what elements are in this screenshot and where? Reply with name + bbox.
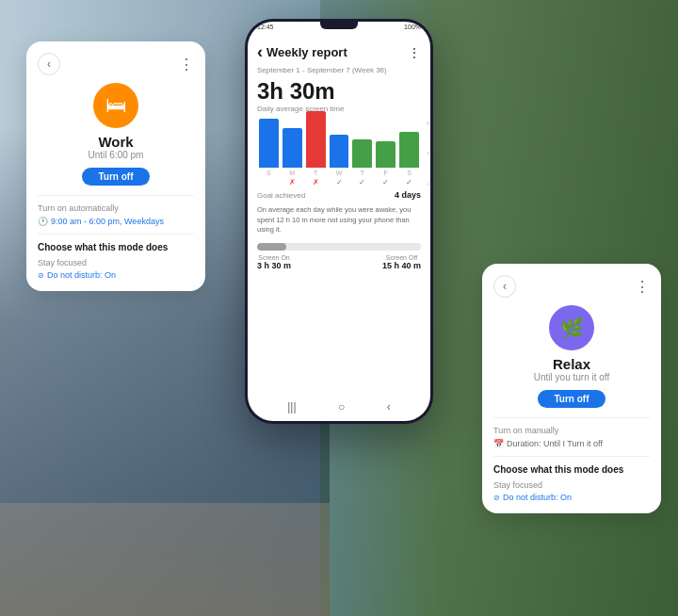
relax-manual-label: Turn on manually	[493, 426, 650, 435]
screen-on-value: 3 h 30 m	[257, 261, 291, 270]
y-label-6h: 6 h	[427, 121, 430, 126]
status-battery: 100%	[404, 24, 421, 30]
bar-sunday-label: S	[266, 170, 271, 176]
report-more-button[interactable]: ⋮	[408, 45, 421, 60]
work-mode-title: Work	[38, 134, 194, 150]
goal-row: Goal achieved 4 days	[257, 190, 421, 200]
bar-wednesday-label: W	[336, 170, 343, 176]
work-more-button[interactable]: ⋮	[179, 56, 194, 73]
relax-mode-icon: 🌿	[549, 305, 594, 350]
bar-friday-goal: ✓	[382, 178, 389, 186]
screen-off-label: Screen Off	[382, 254, 421, 261]
bar-thursday-goal: ✓	[359, 178, 365, 186]
work-back-button[interactable]: ‹	[38, 53, 60, 75]
bar-saturday-label: S	[407, 170, 412, 176]
card-work: ‹ ⋮ 🛏 Work Until 6:00 pm Turn off Turn o…	[26, 41, 205, 291]
nav-recent-icon[interactable]: |||	[287, 400, 296, 413]
bar-monday: M ✗	[282, 128, 302, 186]
card-relax-header: ‹ ⋮	[493, 275, 650, 298]
work-mode-subtitle: Until 6:00 pm	[38, 150, 194, 160]
work-mode-icon: 🛏	[93, 83, 138, 128]
work-turn-off-button[interactable]: Turn off	[82, 168, 150, 186]
work-dnd-text: Do not disturb: On	[38, 270, 194, 280]
bar-monday-fill	[282, 128, 302, 168]
phone-center: 12:45 100% Weekly report ⋮ September 1 -…	[245, 19, 433, 424]
work-auto-label: Turn on automatically	[38, 203, 194, 213]
work-schedule: 9:00 am - 6:00 pm, Weekdays	[38, 217, 194, 226]
relax-choose-label: Choose what this mode does	[493, 464, 650, 475]
relax-duration-text: Duration: Until I Turn it off	[493, 439, 650, 448]
bar-friday: F ✓	[376, 141, 396, 186]
work-choose-label: Choose what this mode does	[38, 242, 194, 252]
relax-back-button[interactable]: ‹	[493, 275, 516, 298]
bar-sunday-fill	[259, 119, 279, 168]
nav-back-icon[interactable]: ‹	[387, 400, 391, 413]
phone-content: Weekly report ⋮ September 1 - September …	[248, 29, 430, 400]
progress-track	[257, 243, 421, 251]
report-nav: Weekly report ⋮	[257, 42, 421, 62]
report-back-button[interactable]: Weekly report	[257, 42, 347, 62]
card-relax: ‹ ⋮ 🌿 Relax Until you turn it off Turn o…	[482, 264, 661, 513]
relax-divider-2	[493, 456, 650, 457]
bar-tuesday-goal: ✗	[313, 178, 319, 186]
relax-more-button[interactable]: ⋮	[635, 278, 650, 296]
screen-time-label: Daily average screen time	[257, 105, 421, 113]
bar-wednesday-fill	[330, 135, 349, 168]
card-work-header: ‹ ⋮	[38, 53, 194, 75]
relax-mode-title: Relax	[493, 356, 650, 372]
relax-dnd-text: Do not disturb: On	[493, 493, 650, 502]
y-label-4h: 4 h	[427, 151, 430, 156]
bar-thursday-fill	[352, 139, 372, 168]
screen-time-display: 3h 30m	[257, 80, 421, 103]
avg-description: On average each day while you were awake…	[257, 205, 421, 235]
screen-off-item: Screen Off 15 h 40 m	[382, 254, 421, 270]
bar-sunday-goal: ✓	[266, 178, 272, 186]
bar-tuesday: T ✗	[306, 111, 326, 186]
status-time: 12:45	[257, 24, 274, 30]
phone-bottom-nav: ||| ○ ‹	[248, 400, 430, 413]
progress-container: Screen On 3 h 30 m Screen Off 15 h 40 m	[257, 243, 421, 270]
nav-home-icon[interactable]: ○	[338, 400, 345, 413]
bar-friday-fill	[376, 141, 396, 168]
bar-tuesday-label: T	[314, 170, 317, 176]
bar-thursday: T ✓	[352, 139, 372, 186]
bar-saturday: S ✓	[399, 132, 419, 186]
report-title: Weekly report	[266, 45, 347, 59]
bar-thursday-label: T	[361, 170, 364, 176]
y-label-2h: 2 h	[427, 181, 430, 186]
bar-sunday: S ✓	[259, 119, 279, 186]
phone-notch	[320, 22, 358, 29]
relax-mode-subtitle: Until you turn it off	[493, 372, 650, 382]
goal-achieved-days: 4 days	[395, 190, 421, 200]
relax-turn-off-button[interactable]: Turn off	[538, 390, 605, 408]
progress-labels: Screen On 3 h 30 m Screen Off 15 h 40 m	[257, 254, 421, 270]
bar-wednesday-goal: ✓	[336, 178, 343, 186]
relax-focus-label: Stay focused	[493, 480, 650, 490]
goal-achieved-label: Goal achieved	[257, 191, 305, 200]
work-divider-1	[38, 195, 194, 196]
work-divider-2	[38, 234, 194, 235]
chart-y-axis: 6 h 4 h 2 h	[427, 121, 430, 186]
bar-friday-label: F	[384, 170, 388, 176]
screen-on-label: Screen On	[257, 254, 291, 261]
bar-tuesday-fill	[306, 111, 326, 168]
relax-divider-1	[493, 417, 650, 418]
work-focus-label: Stay focused	[38, 258, 194, 267]
bar-monday-goal: ✗	[289, 178, 296, 186]
bar-monday-label: M	[289, 170, 295, 176]
bar-saturday-fill	[399, 132, 419, 168]
bar-chart: S ✓ M ✗ T ✗ W ✓	[257, 121, 421, 186]
bar-saturday-goal: ✓	[406, 178, 412, 186]
bar-wednesday: W ✓	[330, 135, 349, 186]
screen-on-item: Screen On 3 h 30 m	[257, 254, 291, 270]
phone-screen: 12:45 100% Weekly report ⋮ September 1 -…	[248, 22, 430, 421]
progress-fill	[257, 243, 286, 251]
screen-off-value: 15 h 40 m	[382, 261, 421, 270]
date-range: September 1 - September 7 (Week 36)	[257, 66, 421, 74]
